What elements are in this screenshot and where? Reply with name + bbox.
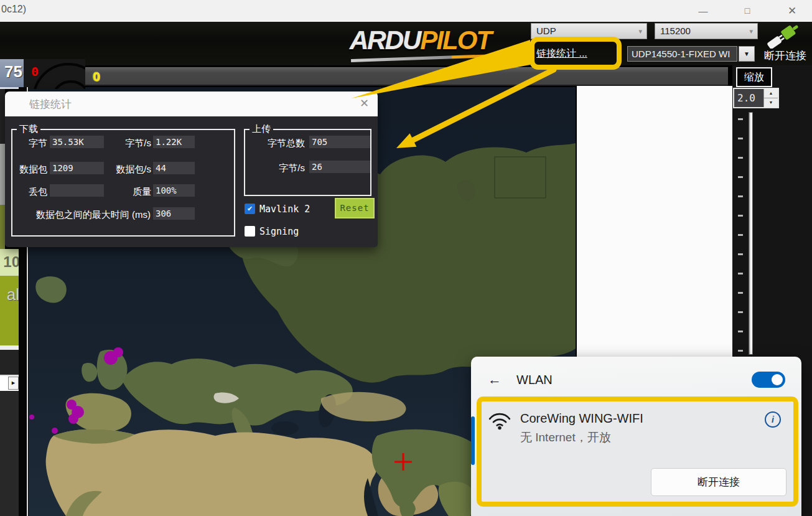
protocol-value: UDP <box>536 26 556 36</box>
port-value: UDP14550-1-FIXED WI <box>632 49 730 59</box>
baud-dropdown[interactable]: 115200 ▾ <box>655 23 758 39</box>
spinner-buttons: ▲ ▼ <box>763 89 778 107</box>
signing-label: Signing <box>259 226 299 237</box>
bytes-label: 字节 <box>11 138 47 149</box>
toggle-knob <box>772 374 783 385</box>
mavlink2-label: Mavlink 2 <box>259 204 310 215</box>
wlan-disconnect-button[interactable]: 断开连接 <box>651 468 786 496</box>
upload-rate-value: 26 <box>309 161 370 173</box>
spinner-down-button[interactable]: ▼ <box>764 98 778 107</box>
port-dropdown-arrow[interactable]: ▼ <box>739 46 755 62</box>
signing-checkbox[interactable] <box>245 226 255 237</box>
scroll-right-button[interactable]: ► <box>8 377 19 390</box>
left-edge-fragments <box>0 89 5 249</box>
zoom-label: 缩放 <box>736 67 772 87</box>
minimize-button[interactable]: — <box>689 0 717 22</box>
zoom-spinner[interactable]: 2.0 ▲ ▼ <box>733 88 779 108</box>
selected-network-indicator <box>471 416 475 465</box>
toolbar-disconnect-label[interactable]: 断开连接 <box>764 49 806 63</box>
quality-value: 100% <box>153 184 195 197</box>
wlan-title: WLAN <box>516 373 553 387</box>
download-group-label: 下载 <box>17 123 40 135</box>
link-stats-link[interactable]: 链接统计 ... <box>536 47 587 60</box>
screen: 0c12) — □ ✕ ARDUPILOT UDP ▾ 115200 ▾ 链接统… <box>0 0 812 516</box>
upload-group-label: 上传 <box>250 123 273 135</box>
quality-label: 质量 <box>97 186 151 198</box>
dialog-title: 链接统计 <box>29 97 72 111</box>
port-dropdown[interactable]: UDP14550-1-FIXED WI <box>627 46 737 62</box>
packets-label: 数据包 <box>11 164 47 176</box>
dialog-close-icon[interactable]: ✕ <box>360 96 369 110</box>
max-gap-label: 数据包之间的最大时间 (ms) <box>11 209 151 221</box>
packets-rate-label: 数据包/s <box>97 164 151 176</box>
bytes-rate-value: 1.22K <box>153 136 195 148</box>
upload-total-label: 字节总数 <box>249 138 305 149</box>
gauge-panel-fragment: 0 <box>24 59 85 89</box>
upload-rate-label: 字节/s <box>249 162 305 174</box>
hud-airspeed-fragment: 75 <box>0 59 24 89</box>
mavlink2-checkbox[interactable]: ✔ <box>245 204 255 214</box>
info-icon[interactable]: i <box>765 411 781 428</box>
wlan-flyout: ← WLAN CoreWing WING-WIFI 无 Internet，开放 … <box>471 357 801 516</box>
logo-ardu-text: ARDU <box>350 26 420 55</box>
bytes-value: 35.53K <box>50 136 104 148</box>
reset-button[interactable]: Reset <box>335 198 375 218</box>
packets-rate-value: 44 <box>153 162 195 174</box>
wifi-signal-icon <box>488 411 511 433</box>
bytes-rate-label: 字节/s <box>97 138 151 149</box>
quick-status-bar: 0 <box>85 67 728 86</box>
zoom-value: 2.0 <box>734 89 763 107</box>
gauge-value: 0 <box>31 64 39 79</box>
zoom-trackbar[interactable] <box>749 112 753 355</box>
window-titlebar: 0c12) — □ ✕ <box>0 0 812 22</box>
baud-value: 115200 <box>660 26 691 36</box>
connect-plug-icon[interactable] <box>764 22 803 51</box>
window-title: 0c12) <box>1 4 26 15</box>
dialog-titlebar[interactable]: 链接统计 ✕ <box>5 91 378 116</box>
close-button[interactable]: ✕ <box>778 0 806 22</box>
logo-pilot-text: PILOT <box>420 26 491 55</box>
link-stats-dialog: 链接统计 ✕ 下载 上传 字节 35.53K 字节/s 1.22K 数据包 12… <box>5 91 378 247</box>
maximize-button[interactable]: □ <box>733 0 762 22</box>
zoom-trackbar-ticks <box>738 118 743 354</box>
network-name: CoreWing WING-WIFI <box>520 411 643 426</box>
chevron-down-icon: ▾ <box>638 24 642 39</box>
back-arrow-icon[interactable]: ← <box>488 372 502 388</box>
packets-value: 1209 <box>50 162 104 174</box>
chevron-down-icon: ▾ <box>749 24 753 39</box>
protocol-dropdown[interactable]: UDP ▾ <box>531 23 647 39</box>
wifi-toggle[interactable] <box>752 372 785 388</box>
upload-total-value: 705 <box>309 136 370 148</box>
max-gap-value: 306 <box>153 207 195 220</box>
check-icon: ✔ <box>247 205 253 212</box>
packet-loss-label: 丢包 <box>11 186 47 198</box>
sat-count-badge: 0 <box>93 69 100 84</box>
spinner-up-button[interactable]: ▲ <box>764 89 778 98</box>
packet-loss-value <box>50 184 104 197</box>
bottom-left-panel <box>0 391 21 516</box>
ardupilot-logo: ARDUPILOT <box>350 25 536 61</box>
network-status: 无 Internet，开放 <box>520 429 611 446</box>
